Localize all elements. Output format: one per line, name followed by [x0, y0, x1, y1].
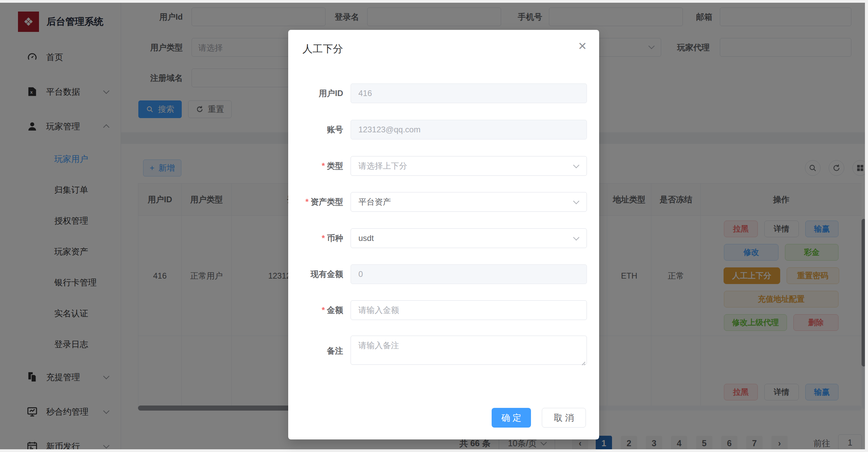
amount-field[interactable] — [351, 300, 587, 320]
type-select[interactable]: 请选择上下分 — [351, 156, 587, 176]
required-asterisk: * — [322, 233, 325, 243]
resize-grip-icon[interactable] — [580, 360, 586, 365]
asset-type-select[interactable]: 平台资产 — [351, 192, 587, 212]
dialog-title: 人工下分 — [302, 42, 343, 56]
chevron-down-icon — [573, 234, 579, 240]
required-asterisk: * — [305, 197, 309, 206]
account-field — [351, 120, 587, 139]
chevron-down-icon — [573, 162, 579, 168]
required-asterisk: * — [322, 161, 325, 170]
admin-page: ❖ 后台管理系统 首页 x 平台数据 玩家管理 — [0, 0, 868, 452]
window-scrollbar[interactable] — [865, 0, 868, 452]
remark-label: 备注 — [288, 345, 343, 356]
currency-label: *币种 — [288, 233, 343, 244]
user-id-label: 用户ID — [288, 88, 343, 99]
asset-type-label: *资产类型 — [288, 196, 343, 207]
type-label: *类型 — [288, 161, 343, 171]
chevron-down-icon — [573, 198, 579, 204]
balance-label: 现有金额 — [288, 269, 343, 280]
window-edge-top — [0, 0, 868, 3]
required-asterisk: * — [322, 305, 325, 315]
manual-score-dialog: 人工下分 ✕ 用户ID 账号 *类型 请选择上下分 *资产类型 平台资产 — [288, 30, 599, 439]
balance-field — [351, 264, 587, 284]
cancel-button[interactable]: 取 消 — [542, 408, 586, 428]
user-id-field — [351, 83, 587, 103]
remark-field[interactable] — [351, 336, 587, 365]
close-icon[interactable]: ✕ — [578, 41, 587, 52]
window-edge-bottom — [0, 449, 868, 452]
currency-select[interactable]: usdt — [351, 228, 587, 248]
amount-label: *金额 — [288, 305, 343, 316]
confirm-button[interactable]: 确 定 — [492, 408, 531, 428]
account-label: 账号 — [288, 124, 343, 135]
